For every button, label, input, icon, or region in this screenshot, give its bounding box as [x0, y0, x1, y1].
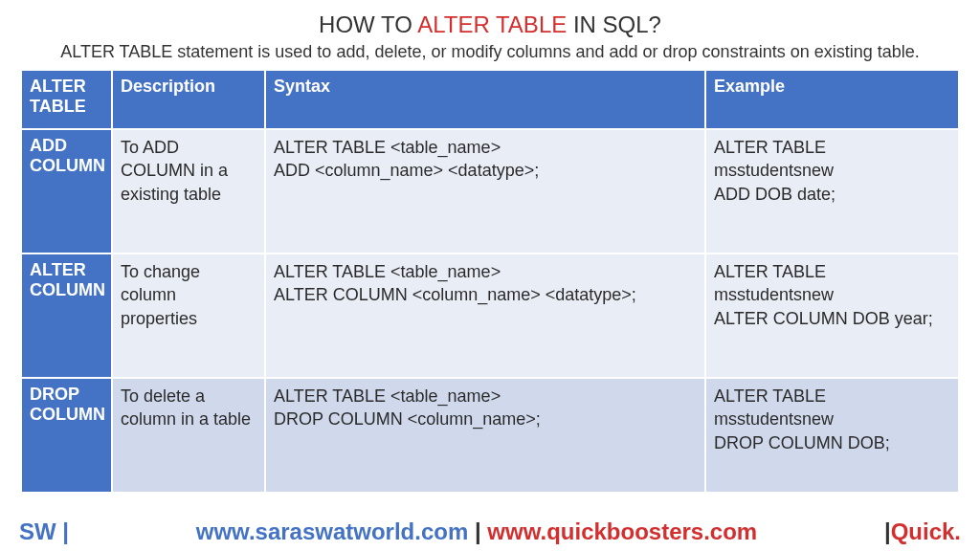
table-row: DROP COLUMN To delete a column in a tabl… [21, 378, 959, 493]
alter-table-reference: ALTER TABLE Description Syntax Example A… [19, 68, 961, 495]
header-example: Example [705, 70, 959, 129]
header-syntax: Syntax [265, 70, 705, 129]
row-example: ALTER TABLE msstudentsnew DROP COLUMN DO… [705, 378, 959, 493]
row-description: To ADD COLUMN in a existing table [112, 129, 265, 253]
footer-center: www.saraswatworld.com | www.quickbooster… [69, 518, 884, 545]
footer: SW | www.saraswatworld.com | www.quickbo… [19, 518, 961, 545]
table-row: ADD COLUMN To ADD COLUMN in a existing t… [21, 129, 959, 253]
row-name: ALTER COLUMN [21, 253, 112, 378]
sql-table: ALTER TABLE Description Syntax Example A… [20, 69, 960, 494]
row-example: ALTER TABLE msstudentsnew ALTER COLUMN D… [705, 253, 959, 378]
footer-url-2: www.quickboosters.com [487, 518, 757, 544]
header-description: Description [112, 70, 265, 129]
row-example: ALTER TABLE msstudentsnew ADD DOB date; [705, 129, 959, 253]
table-header-row: ALTER TABLE Description Syntax Example [21, 70, 959, 129]
footer-separator: | [468, 518, 487, 544]
row-description: To delete a column in a table [112, 378, 265, 493]
row-name: DROP COLUMN [21, 378, 112, 493]
row-syntax: ALTER TABLE <table_name> DROP COLUMN <co… [265, 378, 705, 493]
footer-url-1: www.saraswatworld.com [196, 518, 469, 544]
table-row: ALTER COLUMN To change column properties… [21, 253, 959, 378]
row-name: ADD COLUMN [21, 129, 112, 253]
title-prefix: HOW TO [319, 11, 417, 37]
row-syntax: ALTER TABLE <table_name> ADD <column_nam… [265, 129, 705, 253]
footer-bar: | [884, 518, 891, 544]
footer-right: |Quick. [884, 518, 961, 545]
row-syntax: ALTER TABLE <table_name> ALTER COLUMN <c… [265, 253, 705, 378]
footer-left: SW | [19, 518, 69, 545]
page-title: HOW TO ALTER TABLE IN SQL? [19, 11, 961, 38]
row-description: To change column properties [112, 253, 265, 378]
title-suffix: IN SQL? [567, 11, 661, 37]
page-subtitle: ALTER TABLE statement is used to add, de… [19, 42, 961, 62]
footer-right-text: Quick. [891, 518, 961, 544]
title-highlight: ALTER TABLE [417, 11, 567, 37]
header-alter-table: ALTER TABLE [21, 70, 112, 129]
